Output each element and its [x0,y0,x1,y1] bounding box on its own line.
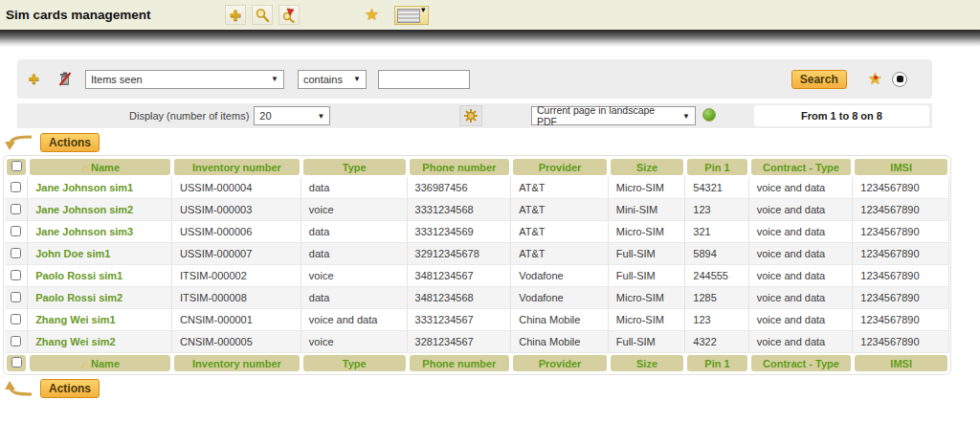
item-name-link[interactable]: Zhang Wei sim2 [35,336,116,347]
row-checkbox[interactable] [11,292,21,302]
table-row: John Doe sim1USSIM-000007data32912345678… [5,243,949,265]
item-name-link[interactable]: Paolo Rossi sim2 [35,292,122,303]
table-footer-header: ▲NameInventory numberTypePhone numberPro… [5,353,949,373]
column-header-provider[interactable]: Provider [511,353,609,373]
select-all-checkbox[interactable] [11,357,22,367]
select-all-checkbox-cell[interactable] [5,157,28,177]
table-cell: China Mobile [511,309,609,331]
column-header-type[interactable]: Type [301,353,408,373]
table-cell: 336987456 [408,177,512,199]
table-cell: Micro-SIM [609,221,685,243]
delete-criteria-icon[interactable] [56,71,74,88]
row-checkbox[interactable] [11,182,21,192]
item-name-link[interactable]: John Doe sim1 [35,248,110,259]
row-checkbox-cell[interactable] [5,177,28,199]
item-name-link[interactable]: Zhang Wei sim1 [35,314,116,325]
criteria-value-input[interactable] [378,70,470,89]
item-name-link[interactable]: Paolo Rossi sim1 [35,270,122,281]
column-header-pin-1[interactable]: Pin 1 [685,353,748,373]
item-name-link[interactable]: Jane Johnson sim3 [35,226,133,237]
table-cell: 3331234567 [408,309,512,331]
column-header-type[interactable]: Type [301,157,408,177]
column-header-phone-number[interactable]: Phone number [408,353,512,373]
bookmark-star-icon[interactable]: ★ [365,5,379,25]
export-go-button[interactable] [702,108,716,122]
table-cell: Full-SIM [609,243,685,265]
row-checkbox-cell[interactable] [5,243,28,265]
select-all-checkbox[interactable] [11,161,22,171]
export-format-value: Current page in landscape PDF [537,104,675,127]
search-submit-button[interactable]: Search [791,70,847,89]
table-cell: voice and data [749,287,854,309]
row-checkbox-cell[interactable] [5,199,28,221]
column-header-size[interactable]: Size [609,157,685,177]
row-checkbox-cell[interactable] [5,331,28,353]
column-header-contract-type[interactable]: Contract - Type [749,353,854,373]
table-cell: voice [301,199,408,221]
table-cell: 3331234569 [408,221,512,243]
row-checkbox[interactable] [11,204,21,214]
column-header-inventory-number[interactable]: Inventory number [172,157,301,177]
select-all-checkbox-cell[interactable] [5,353,28,373]
column-header-inventory-number[interactable]: Inventory number [172,353,301,373]
table-cell: 1234567890 [853,331,949,353]
name-cell: Paolo Rossi sim1 [28,265,172,287]
sort-asc-icon: ▲ [80,163,90,173]
column-header-imsi[interactable]: IMSI [853,157,949,177]
chevron-down-icon: ▼ [263,75,278,83]
table-cell: data [301,287,408,309]
table-cell: Vodafone [511,265,609,287]
criteria-field-select[interactable]: Items seen ▼ [85,70,284,89]
row-checkbox[interactable] [11,226,21,236]
row-checkbox-cell[interactable] [5,287,28,309]
table-cell: AT&T [511,199,609,221]
actions-button-top[interactable]: Actions [40,133,100,152]
column-header-imsi[interactable]: IMSI [853,353,949,373]
table-body: Jane Johnson sim1USSIM-000004data3369874… [5,177,949,353]
row-checkbox[interactable] [11,336,21,346]
display-settings-button[interactable] [459,105,482,126]
column-header-name[interactable]: ▲Name [28,157,172,177]
column-header-pin-1[interactable]: Pin 1 [685,157,748,177]
table-cell: Micro-SIM [609,177,685,199]
row-checkbox[interactable] [11,270,21,280]
page-size-value: 20 [259,110,271,122]
column-settings-button[interactable]: ▼ [394,6,429,25]
actions-button-bottom[interactable]: Actions [40,379,100,398]
row-checkbox[interactable] [11,314,21,324]
export-format-select[interactable]: Current page in landscape PDF ▼ [531,106,696,125]
search-icon [255,8,270,23]
table-row: Jane Johnson sim2USSIM-000003voice333123… [5,199,949,221]
table-cell: 1234567890 [853,177,949,199]
column-header-provider[interactable]: Provider [511,157,609,177]
chevron-down-icon: ▼ [309,112,324,121]
column-header-name[interactable]: ▲Name [28,353,172,373]
table-row: Paolo Rossi sim2ITSIM-000008data34812345… [5,287,949,309]
table-cell: voice and data [749,309,854,331]
column-header-contract-type[interactable]: Contract - Type [749,157,854,177]
row-checkbox[interactable] [11,248,21,258]
report-search-button[interactable] [278,5,300,25]
display-bar: Display (number of items) 20 ▼ Current p… [17,103,932,128]
save-search-icon[interactable]: ★ [868,69,882,89]
display-count-label: Display (number of items) [129,110,249,122]
table-cell: 1234567890 [853,309,949,331]
item-name-link[interactable]: Jane Johnson sim1 [35,182,133,193]
chevron-down-icon: ▼ [419,6,427,14]
reset-search-icon[interactable] [892,72,907,87]
table-cell: 54321 [685,177,748,199]
table-cell: 1234567890 [853,287,949,309]
criteria-operator-select[interactable]: contains ▼ [298,70,367,89]
column-header-size[interactable]: Size [609,353,685,373]
column-header-phone-number[interactable]: Phone number [408,157,512,177]
row-checkbox-cell[interactable] [5,221,28,243]
item-name-link[interactable]: Jane Johnson sim2 [35,204,133,215]
add-icon: ✚ [230,8,241,23]
search-button[interactable] [252,5,273,25]
row-checkbox-cell[interactable] [5,265,28,287]
page-size-select[interactable]: 20 ▼ [254,106,330,125]
add-button[interactable]: ✚ [225,5,246,25]
table-cell: ITSIM-000008 [172,287,301,309]
add-criteria-icon[interactable]: ✚ [29,72,39,86]
row-checkbox-cell[interactable] [5,309,28,331]
